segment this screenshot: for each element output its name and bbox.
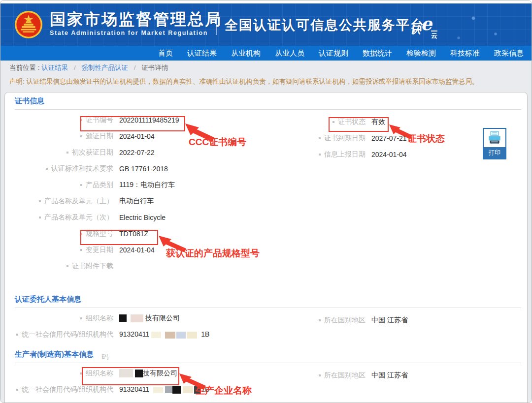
applicant-right-column: 所在国别地区 中国 江苏省	[271, 312, 478, 328]
product-name-sub-value: Electric Bicycle	[119, 214, 166, 221]
field-label: 产品类别	[86, 181, 113, 188]
nav-item-home[interactable]: 首页	[158, 49, 173, 58]
bullet-icon	[39, 200, 41, 202]
standard-value: GB 17761-2018	[119, 165, 168, 173]
section-divider	[15, 109, 521, 110]
platform-title: 全国认证认可信息公共服务平台	[225, 16, 425, 34]
field-label: 证书编号	[86, 116, 113, 124]
nav-item-procurement[interactable]: 政采信息	[494, 49, 524, 58]
issue-date-value: 2024-01-04	[119, 132, 155, 140]
breadcrumb: 当前位置 : 认证结果 / 强制性产品认证 / 证书详情	[0, 61, 532, 75]
section-cert-info: 证书信息 证书编号 2022011119485219 颁证日期 2024-01-…	[15, 95, 521, 274]
field-label: 认证标准和技术要求	[51, 164, 113, 172]
print-button[interactable]: 打印	[483, 128, 506, 159]
bullet-icon	[80, 184, 82, 186]
field-row-report-date: 信息上报日期 2024-01-04	[271, 146, 478, 162]
product-category-value: 1119：电动自行车	[119, 181, 175, 189]
field-row-change-date: 变更日期 2024-01-04	[15, 242, 320, 258]
breadcrumb-prefix: 当前位置 :	[9, 64, 40, 71]
applicant-org-value: 技有限公司	[119, 314, 180, 323]
nav-item-tech-standards[interactable]: 科技标准	[450, 49, 480, 58]
field-label: 初次获证日期	[72, 148, 113, 156]
section-manufacturer: 生产者(制造商)基本信息 组织名称 技有限公司 统一社会信用代码/组织机构代 9…	[15, 349, 521, 398]
bullet-icon	[319, 319, 321, 321]
manufacturer-code-value: 913204111B	[119, 385, 209, 394]
manufacturer-org-suffix: 技有限公司	[143, 369, 177, 377]
field-row-standard: 认证标准和技术要求 GB 17761-2018	[15, 160, 320, 177]
product-name-main-value: 电动自行车	[119, 197, 154, 206]
redaction-block	[119, 314, 127, 322]
field-row-attachment-download: 证书附件下载	[15, 258, 320, 274]
redaction-block	[131, 314, 143, 322]
print-button-label: 打印	[484, 147, 505, 158]
field-label: 证书状态	[338, 118, 366, 125]
section-divider	[15, 363, 521, 363]
field-label: 规格型号	[86, 229, 113, 237]
expiry-date-value: 2027-07-21	[371, 134, 407, 142]
nav-item-personnel[interactable]: 从业人员	[275, 49, 304, 58]
field-label: 所在国别地区	[324, 316, 366, 324]
field-row-manufacturer-code: 统一社会信用代码/组织机构代 913204111B	[15, 381, 320, 398]
field-label: 统一社会信用代码/组织机构代	[22, 385, 113, 393]
redaction-block	[151, 332, 161, 338]
field-label: 证书附件下载	[72, 262, 113, 270]
manufacturer-code-suffix: 1B	[201, 385, 209, 393]
redaction-block	[135, 370, 143, 377]
breadcrumb-link-cert-results[interactable]: 认证结果	[41, 64, 68, 71]
field-label: 证书到期日期	[324, 134, 366, 142]
change-date-value: 2024-01-04	[119, 246, 155, 254]
field-label: 产品名称及单元（主）	[44, 197, 113, 205]
agency-title-block: 国家市场监督管理总局 State Administration for Mark…	[50, 10, 222, 36]
header-divider	[216, 14, 217, 35]
field-row-product-category: 产品类别 1119：电动自行车	[15, 177, 320, 193]
field-label: 信息上报日期	[324, 150, 366, 158]
nav-item-cert-rules[interactable]: 认证规则	[319, 49, 348, 58]
bullet-icon	[39, 217, 41, 218]
bullet-icon	[80, 135, 82, 137]
field-row-expiry-date: 证书到期日期 2027-07-21	[271, 130, 478, 146]
applicant-region-value: 中国 江苏省	[371, 316, 408, 325]
breadcrumb-separator: /	[74, 64, 76, 71]
bullet-icon	[332, 121, 334, 123]
redaction-block	[165, 386, 172, 393]
report-date-value: 2024-01-04	[371, 151, 407, 158]
bullet-icon	[16, 334, 18, 336]
nav-item-institutions[interactable]: 从业机构	[231, 49, 261, 58]
bullet-icon	[66, 265, 68, 267]
applicant-org-suffix: 技有限公司	[145, 314, 180, 322]
nav-item-statistics[interactable]: 数据统计	[363, 49, 392, 58]
redaction-block	[194, 386, 201, 394]
section-title: 证书信息	[15, 95, 521, 106]
nav-item-cert-results[interactable]: 认证结果	[187, 49, 217, 58]
printer-icon	[487, 131, 502, 146]
field-row-applicant-code: 统一社会信用代码/组织机构代 913204111B	[15, 326, 320, 342]
applicant-code-value: 913204111B	[119, 330, 209, 338]
page: 国家市场监督管理总局 State Administration for Mark…	[0, 0, 532, 403]
bullet-icon	[319, 374, 321, 376]
bullet-icon	[80, 372, 82, 374]
field-row-status: 证书状态 有效	[271, 114, 478, 130]
applicant-code-prefix: 91320411	[119, 330, 149, 338]
ren-e-yun-logo: 认e云	[410, 16, 438, 37]
section-title: 生产者(制造商)基本信息	[15, 349, 521, 360]
nav-item-inspection[interactable]: 检验检测	[406, 49, 436, 58]
redaction-block	[187, 332, 197, 339]
field-label: 组织名称	[86, 369, 113, 377]
agency-title-en: State Administration for Market Regulati…	[50, 30, 222, 36]
field-label: 所在国别地区	[324, 371, 366, 379]
section-title: 认证委托人基本信息	[15, 294, 521, 305]
bullet-icon	[80, 119, 82, 121]
bullet-icon	[16, 389, 18, 391]
breadcrumb-link-ccc[interactable]: 强制性产品认证	[82, 64, 129, 71]
site-header: 国家市场监督管理总局 State Administration for Mark…	[0, 3, 532, 46]
model-value: TDT081Z	[119, 230, 148, 238]
field-row-model: 规格型号 TDT081Z	[15, 225, 320, 242]
cert-no-value: 2022011119485219	[119, 116, 179, 124]
breadcrumb-current: 证书详情	[141, 64, 168, 71]
redaction-block	[176, 332, 186, 339]
manufacturer-code-prefix: 91320411	[119, 385, 149, 393]
detail-panel: 证书信息 证书编号 2022011119485219 颁证日期 2024-01-…	[4, 92, 528, 403]
field-label: 组织名称	[86, 314, 113, 322]
status-value: 有效	[371, 118, 385, 126]
bullet-icon	[66, 152, 68, 154]
